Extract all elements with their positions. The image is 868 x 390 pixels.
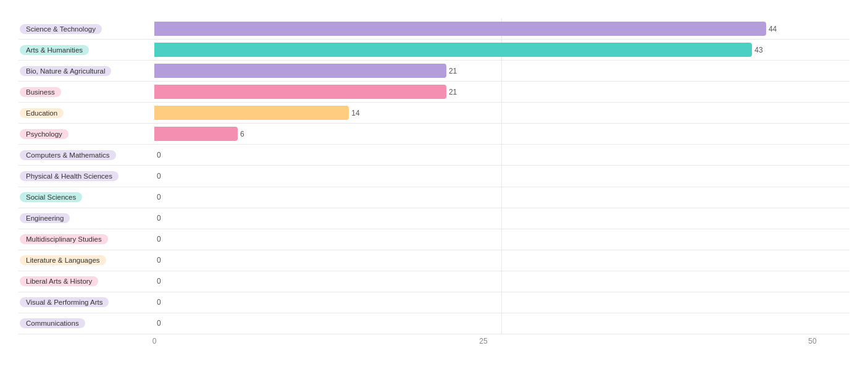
bar-row: Literature & Languages0: [19, 250, 849, 271]
bar-area: 0: [154, 271, 849, 292]
bar-value: 44: [769, 25, 777, 33]
bar-area: 0: [154, 229, 849, 250]
bar-label: Liberal Arts & History: [19, 275, 154, 287]
bar-label: Computers & Mathematics: [19, 149, 154, 161]
bar: [154, 106, 349, 120]
bar-value: 0: [157, 193, 161, 201]
x-tick: 25: [479, 337, 487, 345]
bar: [154, 85, 446, 99]
bar-label: Communications: [19, 317, 154, 329]
bar-value: 21: [449, 67, 457, 75]
bar-area: 43: [154, 40, 849, 60]
label-pill: Communications: [20, 318, 85, 328]
chart-area: Science & Technology44Arts & Humanities4…: [19, 19, 849, 334]
chart-container: Science & Technology44Arts & Humanities4…: [0, 0, 868, 390]
label-pill: Literature & Languages: [20, 255, 106, 265]
bar-area: 0: [154, 292, 849, 313]
bar-label: Psychology: [19, 128, 154, 140]
label-pill: Science & Technology: [20, 24, 102, 34]
bar-value: 0: [157, 319, 161, 328]
bar-value: 0: [157, 298, 161, 307]
label-pill: Social Sciences: [20, 192, 82, 202]
bar-area: 0: [154, 250, 849, 271]
bar-label: Business: [19, 86, 154, 98]
bar-area: 14: [154, 103, 849, 123]
label-pill: Liberal Arts & History: [20, 276, 98, 286]
bar-row: Liberal Arts & History0: [19, 271, 849, 292]
bar-label: Engineering: [19, 212, 154, 224]
x-tick: 50: [808, 337, 816, 345]
bar-row: Science & Technology44: [19, 19, 849, 40]
bar: [154, 22, 766, 36]
bar-value: 0: [157, 151, 161, 159]
bar-row: Arts & Humanities43: [19, 40, 849, 61]
label-pill: Visual & Performing Arts: [20, 297, 109, 307]
bar: [154, 127, 238, 141]
bar-value: 21: [449, 88, 457, 96]
bar-row: Bio, Nature & Agricultural21: [19, 61, 849, 82]
bar: [154, 43, 752, 57]
bar-label: Literature & Languages: [19, 254, 154, 266]
bar-row: Computers & Mathematics0: [19, 145, 849, 166]
bar-row: Physical & Health Sciences0: [19, 166, 849, 187]
bar-label: Visual & Performing Arts: [19, 296, 154, 308]
bar-value: 0: [157, 256, 161, 265]
label-pill: Education: [20, 108, 64, 118]
label-pill: Business: [20, 87, 61, 97]
label-pill: Physical & Health Sciences: [20, 171, 119, 181]
bar-area: 21: [154, 82, 849, 102]
bar-value: 43: [754, 46, 762, 54]
bar-row: Business21: [19, 82, 849, 103]
bar-area: 0: [154, 145, 849, 165]
bar-row: Education14: [19, 103, 849, 124]
label-pill: Multidisciplinary Studies: [20, 234, 108, 244]
bar-label: Physical & Health Sciences: [19, 170, 154, 182]
bar-label: Science & Technology: [19, 23, 154, 35]
bar-row: Social Sciences0: [19, 187, 849, 208]
bar-area: 0: [154, 187, 849, 208]
bar-value: 6: [240, 130, 244, 138]
bar-area: 0: [154, 313, 849, 334]
bar-value: 0: [157, 172, 161, 180]
bar-area: 6: [154, 124, 849, 144]
bar: [154, 64, 446, 78]
bar-row: Multidisciplinary Studies0: [19, 229, 849, 250]
bar-label: Social Sciences: [19, 191, 154, 203]
bar-area: 21: [154, 61, 849, 81]
bar-label: Bio, Nature & Agricultural: [19, 65, 154, 77]
bar-label: Education: [19, 107, 154, 119]
bar-area: 0: [154, 208, 849, 229]
bar-row: Communications0: [19, 313, 849, 334]
bar-row: Visual & Performing Arts0: [19, 292, 849, 313]
bar-label: Arts & Humanities: [19, 44, 154, 56]
bar-value: 0: [157, 235, 161, 244]
bar-value: 0: [157, 214, 161, 223]
label-pill: Engineering: [20, 213, 70, 223]
bar-row: Psychology6: [19, 124, 849, 145]
label-pill: Psychology: [20, 129, 69, 139]
bar-area: 0: [154, 166, 849, 186]
bar-label: Multidisciplinary Studies: [19, 233, 154, 245]
label-pill: Arts & Humanities: [20, 45, 89, 55]
bar-value: 14: [351, 109, 359, 117]
label-pill: Bio, Nature & Agricultural: [20, 66, 111, 76]
x-tick: 0: [152, 337, 157, 345]
bar-value: 0: [157, 277, 161, 286]
label-pill: Computers & Mathematics: [20, 150, 116, 160]
bar-area: 44: [154, 19, 849, 39]
bar-row: Engineering0: [19, 208, 849, 229]
